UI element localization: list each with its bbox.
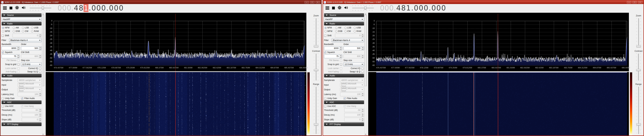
unity-gain-checkbox[interactable] <box>2 97 4 100</box>
mode-lsb[interactable]: LSB <box>344 27 354 29</box>
menu-button[interactable] <box>326 7 329 10</box>
sidebar-scrollbar[interactable] <box>42 13 44 135</box>
frequency-digits[interactable]: 481.000.000 <box>396 5 446 12</box>
contrast-slider[interactable]: Contrast <box>634 50 642 81</box>
frequency-digit[interactable]: 0 <box>114 4 119 12</box>
shift-checkbox[interactable] <box>324 35 326 37</box>
waterfall-display[interactable] <box>368 72 629 135</box>
frequency-digit[interactable]: . <box>411 4 414 12</box>
frequency-display[interactable]: 000. 481.000.000 <box>58 5 124 12</box>
source-device-select[interactable]: HackRF <box>2 17 42 21</box>
spin-up-icon[interactable] <box>340 47 342 48</box>
volume-slider[interactable] <box>29 5 52 11</box>
volume-slider-thumb[interactable] <box>42 6 44 10</box>
spin-up-icon[interactable] <box>17 47 20 48</box>
frequency-digit[interactable]: 1 <box>84 4 88 12</box>
scroll-up-icon[interactable] <box>365 13 367 15</box>
mode-usb[interactable]: USB <box>31 27 42 29</box>
mode-wfm[interactable]: WFM <box>324 30 335 32</box>
mode-am[interactable]: AM <box>13 27 22 29</box>
filter-select[interactable]: Blackman-Harris 4 <box>9 38 42 42</box>
zoom-slider[interactable]: Zoom <box>314 15 319 47</box>
fft-display-panel-header[interactable]: FFT Display <box>324 122 364 126</box>
frequency-digit[interactable]: 0 <box>91 4 96 12</box>
source-device-select[interactable]: HackRF <box>324 17 364 21</box>
mode-usb[interactable]: USB <box>354 27 364 29</box>
unity-gain-checkbox[interactable] <box>324 97 326 100</box>
agc-panel-header[interactable]: AGC <box>2 100 42 104</box>
scroll-up-icon[interactable] <box>42 13 44 15</box>
title-bar[interactable]: SDR# v1.0.0.1328 - IQ Imbalance: Gain = … <box>0 1 321 4</box>
bandwidth-input[interactable]: 8000 <box>2 46 20 50</box>
step-size-select[interactable]: 12.5 kHz <box>21 62 42 66</box>
contrast-slider[interactable]: Contrast <box>312 50 320 81</box>
spin-up-icon[interactable] <box>340 54 342 56</box>
frequency-digit[interactable]: 0 <box>418 4 424 12</box>
spin-up-icon[interactable] <box>362 54 364 56</box>
spectrum-canvas[interactable] <box>46 13 306 71</box>
mode-raw[interactable]: RAW <box>354 30 364 32</box>
frequency-digit[interactable]: 0 <box>96 4 101 12</box>
spin-down-icon[interactable] <box>39 56 41 58</box>
mode-am[interactable]: AM <box>335 27 344 29</box>
spin-up-icon[interactable] <box>39 34 41 36</box>
spin-up-icon[interactable] <box>39 47 41 48</box>
squelch-checkbox[interactable] <box>2 51 4 53</box>
frequency-digit[interactable]: 0 <box>101 4 106 12</box>
close-button[interactable]: × <box>316 1 320 4</box>
spin-down-icon[interactable] <box>340 56 342 58</box>
spin-down-icon[interactable] <box>17 48 20 50</box>
waterfall-canvas[interactable] <box>46 72 306 135</box>
frequency-display[interactable]: 000. 481.000.000 <box>380 5 446 12</box>
mode-cw[interactable]: CW <box>344 30 354 32</box>
filter-select[interactable]: Blackman-Harris 4 <box>332 38 364 42</box>
maximize-button[interactable]: □ <box>310 1 314 4</box>
frequency-digit[interactable]: 8 <box>79 4 84 12</box>
zoom-slider-thumb[interactable] <box>314 45 318 47</box>
audio-mute-button[interactable] <box>344 6 348 10</box>
spectrum-canvas[interactable] <box>368 13 629 71</box>
spin-up-icon[interactable] <box>362 34 364 36</box>
audio-mute-button[interactable] <box>22 6 26 10</box>
spin-down-icon[interactable] <box>39 36 41 37</box>
cw-shift-input[interactable]: 600 <box>344 54 364 58</box>
scrollbar-thumb[interactable] <box>42 15 44 86</box>
spectrum-analyzer[interactable]: 0-5-10-15-20-25-30-35-40-45-50-55-60476.… <box>46 13 306 71</box>
mode-wfm[interactable]: WFM <box>2 30 13 32</box>
source-panel-header[interactable]: Source <box>324 13 364 17</box>
spectrum-analyzer[interactable]: 0-5-10-15-20-25-30-35-40-45-50-55-60476.… <box>368 13 629 71</box>
stop-button[interactable] <box>10 7 12 10</box>
correct-iq-checkbox[interactable] <box>39 67 41 70</box>
spin-down-icon[interactable] <box>39 48 41 50</box>
bandwidth-input[interactable]: 8000 <box>324 46 342 50</box>
frequency-digit[interactable]: 0 <box>414 4 418 12</box>
spin-down-icon[interactable] <box>362 56 364 58</box>
squelch-input[interactable]: 75 <box>324 54 342 58</box>
spin-down-icon[interactable] <box>362 36 364 37</box>
swap-iq-checkbox[interactable] <box>39 71 41 73</box>
scrollbar-thumb[interactable] <box>365 15 367 86</box>
audio-panel-header[interactable]: Audio <box>2 74 42 78</box>
snap-to-grid-checkbox[interactable] <box>340 63 342 65</box>
spin-down-icon[interactable] <box>362 48 364 50</box>
cw-shift-input[interactable]: 600 <box>21 54 42 58</box>
contrast-slider-thumb[interactable] <box>314 69 318 71</box>
zoom-slider-thumb[interactable] <box>636 45 641 47</box>
settings-button[interactable] <box>338 6 342 10</box>
spin-up-icon[interactable] <box>39 54 41 56</box>
title-bar[interactable]: SDR# v1.0.0.1328 - IQ Imbalance: Gain = … <box>323 1 644 4</box>
frequency-digit[interactable]: 0 <box>441 4 446 12</box>
range-slider[interactable]: Range <box>636 83 642 134</box>
spin-up-icon[interactable] <box>362 47 364 48</box>
frequency-digit[interactable]: 4 <box>74 4 78 12</box>
scroll-down-icon[interactable] <box>365 133 367 135</box>
frequency-digit[interactable]: . <box>106 4 109 12</box>
fft-display-panel-header[interactable]: FFT Display <box>2 122 42 126</box>
waterfall-canvas[interactable] <box>368 72 629 135</box>
frequency-digit[interactable]: 0 <box>431 4 436 12</box>
mode-nfm[interactable]: NFM <box>2 27 13 29</box>
waterfall-display[interactable] <box>46 72 306 135</box>
frequency-digit[interactable]: . <box>88 4 91 12</box>
snap-to-grid-checkbox[interactable] <box>18 63 20 65</box>
order-input[interactable]: 500 <box>21 46 42 50</box>
